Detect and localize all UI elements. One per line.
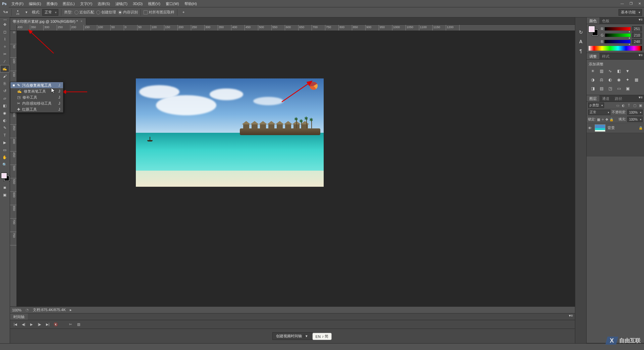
- panel-foreground-swatch[interactable]: [589, 26, 595, 32]
- layer-lock-icon[interactable]: 🔒: [639, 126, 643, 130]
- blur-tool[interactable]: ◉: [0, 109, 9, 117]
- flyout-patch[interactable]: ◳修补工具J: [10, 94, 63, 100]
- adjustments-tab[interactable]: 调整: [587, 53, 599, 59]
- canvas[interactable]: [17, 31, 575, 300]
- layers-menu-icon[interactable]: ▾≡: [637, 95, 644, 102]
- adjustments-menu-icon[interactable]: ▾≡: [637, 53, 644, 59]
- menu-window[interactable]: 窗口(W): [163, 0, 182, 7]
- adj-colorlookup-icon[interactable]: ▦: [633, 77, 640, 83]
- b-value[interactable]: 248: [632, 39, 642, 44]
- document-tab[interactable]: 带水印图片素材.jpg @ 100%(RGB/8#) * ×: [10, 18, 86, 25]
- ruler-vertical[interactable]: 0501001502002503003504004505005506006507…: [10, 31, 17, 306]
- radio-content-aware[interactable]: 内容识别: [118, 10, 138, 15]
- menu-file[interactable]: 文件(F): [9, 0, 26, 7]
- color-spectrum[interactable]: [589, 46, 642, 51]
- adj-hue-icon[interactable]: ◑: [589, 77, 596, 83]
- close-tab-icon[interactable]: ×: [80, 18, 83, 25]
- hand-tool[interactable]: ✋: [0, 154, 9, 161]
- timeline-menu-icon[interactable]: ▾≡: [567, 313, 575, 320]
- lock-pixels-icon[interactable]: ▦: [597, 118, 600, 121]
- fill-value[interactable]: 100%: [627, 117, 643, 122]
- adj-exposure-icon[interactable]: ◧: [615, 68, 622, 74]
- pressure-icon[interactable]: ⌖: [180, 9, 187, 16]
- paragraph-icon[interactable]: ¶: [576, 46, 586, 56]
- zoom-value[interactable]: 100%: [12, 308, 21, 312]
- flyout-red-eye[interactable]: ✚红眼工具J: [10, 106, 63, 112]
- lock-transparency-icon[interactable]: ✥: [605, 118, 608, 121]
- adj-invert-icon[interactable]: ◨: [589, 85, 596, 92]
- g-slider[interactable]: [605, 34, 631, 37]
- layer-visibility-icon[interactable]: 👁: [588, 126, 593, 130]
- flyout-spot-healing[interactable]: ■✎污点修复画笔工具J: [10, 82, 63, 88]
- adj-photofilter-icon[interactable]: ◉: [615, 77, 622, 83]
- adj-curves-icon[interactable]: ∿: [607, 68, 613, 74]
- adj-bw-icon[interactable]: ◐: [607, 77, 613, 83]
- timeline-audio-icon[interactable]: 🔇: [53, 322, 58, 327]
- menu-layer[interactable]: 图层(L): [60, 0, 77, 7]
- menu-image[interactable]: 图像(I): [44, 0, 60, 7]
- layer-name[interactable]: 背景: [607, 125, 615, 130]
- quick-mask-tool[interactable]: ◙: [0, 184, 9, 191]
- magic-wand-tool[interactable]: ✧: [0, 43, 9, 50]
- timeline-last-frame[interactable]: ▶|: [45, 322, 50, 327]
- ruler-corner[interactable]: [10, 25, 17, 31]
- panel-grip[interactable]: ▸◂: [0, 18, 10, 21]
- adj-gradientmap-icon[interactable]: ▭: [615, 85, 622, 92]
- timeline-transition-icon[interactable]: ▨: [76, 322, 81, 327]
- lasso-tool[interactable]: ⌇: [0, 36, 9, 43]
- adj-colorbalance-icon[interactable]: ⚖: [598, 77, 605, 83]
- character-icon[interactable]: A: [576, 37, 586, 46]
- maximize-button[interactable]: ❐: [627, 0, 635, 7]
- channels-tab[interactable]: 通道: [599, 95, 612, 102]
- adj-posterize-icon[interactable]: ▤: [598, 85, 605, 92]
- radio-proximity[interactable]: 近似匹配: [74, 10, 94, 15]
- zoom-tool[interactable]: 🔍: [0, 161, 9, 168]
- type-tool[interactable]: T: [0, 131, 9, 139]
- history-icon[interactable]: ↻: [576, 27, 586, 37]
- adj-selectivecolor-icon[interactable]: ▣: [624, 85, 631, 92]
- color-panel-menu-icon[interactable]: ▾≡: [637, 17, 644, 24]
- filter-pixel-icon[interactable]: ▭: [615, 103, 620, 108]
- path-selection-tool[interactable]: ▶: [0, 139, 9, 146]
- timeline-next-frame[interactable]: |▶: [37, 322, 42, 327]
- shape-tool[interactable]: ▭: [0, 146, 9, 154]
- timeline-split-icon[interactable]: ✄: [68, 322, 73, 327]
- menu-filter[interactable]: 滤镜(T): [113, 0, 130, 7]
- adj-threshold-icon[interactable]: ◳: [607, 85, 613, 92]
- move-tool[interactable]: ✥: [0, 21, 9, 28]
- create-timeline-dropdown-icon[interactable]: ▾: [304, 334, 309, 338]
- close-button[interactable]: ✕: [635, 0, 644, 7]
- zoom-menu-icon[interactable]: ◔: [25, 308, 29, 312]
- adj-levels-icon[interactable]: ▥: [598, 68, 605, 74]
- file-info-menu-icon[interactable]: ▸: [70, 308, 72, 312]
- filter-type-icon[interactable]: T: [627, 103, 631, 108]
- ruler-horizontal[interactable]: 4003503002502001501005005010015020025030…: [17, 25, 575, 31]
- brush-preview-icon[interactable]: ●23: [14, 9, 21, 16]
- radio-texture[interactable]: 创建纹理: [96, 10, 116, 15]
- workspace-selector[interactable]: 基本功能: [619, 9, 642, 16]
- layer-filter-kind[interactable]: ρ 类型: [588, 103, 604, 108]
- minimize-button[interactable]: —: [618, 0, 627, 7]
- swatches-tab[interactable]: 色板: [599, 17, 612, 24]
- brush-size-dropdown-icon[interactable]: ▾: [23, 9, 30, 16]
- mode-dropdown[interactable]: 正常: [42, 9, 58, 16]
- menu-select[interactable]: 选择(S): [95, 0, 113, 7]
- color-swatches[interactable]: [1, 172, 9, 182]
- brush-tool[interactable]: 🖌: [0, 72, 9, 80]
- screen-mode-tool[interactable]: ▣: [0, 191, 9, 198]
- create-video-timeline-button[interactable]: 创建视频时间轴 ▾: [272, 332, 313, 340]
- filter-smart-icon[interactable]: ▣: [638, 103, 643, 108]
- color-tab[interactable]: 颜色: [587, 17, 599, 24]
- layer-row-background[interactable]: 👁 背景 🔒: [587, 123, 644, 133]
- filter-adjust-icon[interactable]: ◐: [621, 103, 626, 108]
- pen-tool[interactable]: ✎: [0, 124, 9, 131]
- g-value[interactable]: 210: [632, 33, 642, 38]
- spot-healing-tool[interactable]: ✍: [0, 65, 9, 72]
- menu-type[interactable]: 文字(Y): [77, 0, 95, 7]
- timeline-prev-frame[interactable]: ◀|: [21, 322, 26, 327]
- tool-preset-icon[interactable]: ✎▾: [2, 9, 9, 16]
- adj-vibrance-icon[interactable]: ▼: [624, 68, 631, 74]
- r-value[interactable]: 251: [632, 26, 642, 32]
- filter-shape-icon[interactable]: ▢: [632, 103, 637, 108]
- checkbox-all-layers[interactable]: 对所有图层取样: [144, 10, 174, 15]
